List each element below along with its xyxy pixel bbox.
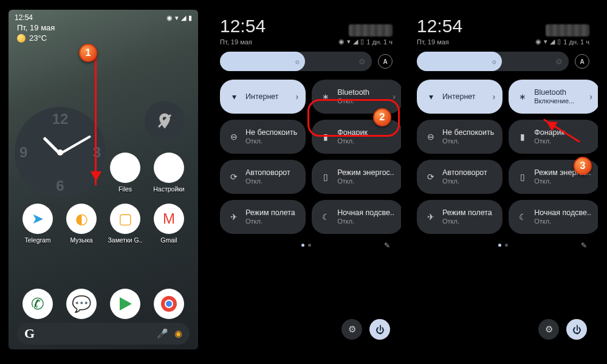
- plane-icon: ✈: [425, 212, 436, 222]
- tile-title: Автоповорот: [442, 168, 487, 177]
- at-a-glance-chip[interactable]: [145, 101, 185, 141]
- dock-chrome[interactable]: [154, 289, 184, 319]
- tile-subtitle: Откл.: [337, 218, 394, 225]
- play-store-icon: [117, 296, 133, 312]
- qs-date: Пт, 19 мая: [417, 38, 449, 46]
- qs-tile-rot[interactable]: ⟳ Автоповорот Откл.: [417, 160, 502, 194]
- tile-subtitle: Откл.: [534, 177, 591, 185]
- qs-tile-dnd[interactable]: ⊖ Не беспокоить Откл.: [220, 120, 306, 154]
- chevron-right-icon: ›: [296, 92, 299, 101]
- tile-subtitle: Откл.: [442, 177, 487, 185]
- app-telegram[interactable]: ➤ Telegram: [16, 204, 60, 244]
- wifi-icon: ▾: [347, 38, 351, 46]
- qs-tile-bat[interactable]: ▯ Режим энергос.. Откл.: [312, 160, 401, 194]
- dnd-icon: ⊖: [425, 132, 436, 142]
- brightness-sun-icon: ☼: [294, 58, 300, 65]
- tile-subtitle: Включение...: [534, 97, 574, 105]
- qs-settings-button[interactable]: ⚙: [538, 319, 559, 340]
- qs-tile-wifi[interactable]: ▾ Интернет ›: [220, 80, 306, 114]
- tile-title: Bluetooth: [534, 88, 574, 97]
- telegram-icon: ➤: [22, 204, 53, 234]
- app-keep[interactable]: ▢ Заметки G..: [103, 204, 147, 244]
- edit-tiles-icon[interactable]: ✎: [581, 241, 587, 250]
- tile-title: Интернет: [245, 92, 279, 101]
- brightness-slider[interactable]: ☼ ⚙: [417, 52, 569, 71]
- tile-title: Не беспокоить: [245, 128, 297, 137]
- qs-status-icons: ◉ ▾ ◢ ▯ 1 дн. 1 ч: [338, 38, 393, 46]
- qs-power-button[interactable]: ⏻: [566, 319, 587, 340]
- qs-footer: ⚙ ⏻: [341, 319, 390, 340]
- eye-icon: ◉: [166, 14, 173, 22]
- wifi-icon: ▾: [544, 38, 547, 46]
- qs-pager: ✎: [211, 234, 401, 250]
- tile-subtitle: Откл.: [245, 218, 295, 225]
- tile-subtitle: Откл.: [534, 137, 564, 145]
- weather-widget[interactable]: 23°C: [9, 33, 198, 47]
- weather-sun-icon: [17, 34, 26, 43]
- qs-tile-rot[interactable]: ⟳ Автоповорот Откл.: [220, 160, 306, 194]
- rot-icon: ⟳: [425, 172, 436, 182]
- settings-icon: ⚙: [154, 153, 184, 183]
- app-music[interactable]: ◐ Музыка: [60, 204, 103, 244]
- qs-date: Пт, 19 мая: [220, 38, 252, 46]
- wifi-icon: ▾: [175, 14, 179, 22]
- qs-settings-button[interactable]: ⚙: [341, 319, 362, 340]
- qs-time: 12:54: [220, 16, 266, 36]
- lens-icon[interactable]: ◉: [174, 328, 182, 339]
- signal-icon: ◢: [181, 14, 186, 22]
- app-grid: Files ⚙ Настройки ➤ Telegram ◐ Музыка ▢ …: [9, 153, 198, 244]
- mic-icon[interactable]: 🎤: [157, 328, 168, 339]
- app-files[interactable]: Files: [103, 153, 147, 193]
- annotation-badge-3: 3: [574, 157, 592, 175]
- signal-icon: ◢: [550, 38, 555, 46]
- google-g-icon: G: [24, 326, 35, 342]
- wifi-icon: ▾: [228, 92, 239, 101]
- qs-status-row: 12:54: [408, 10, 598, 38]
- bat-icon: ▯: [320, 172, 331, 182]
- annotation-arrow-swipe-down: [95, 55, 97, 185]
- rot-icon: ⟳: [228, 172, 239, 182]
- edit-tiles-icon[interactable]: ✎: [384, 241, 390, 250]
- search-bar[interactable]: G 🎤 ◉: [17, 323, 190, 345]
- tile-subtitle: Откл.: [534, 218, 591, 225]
- status-icons: ◉ ▾ ◢ ▮: [166, 14, 192, 22]
- qs-tile-dnd[interactable]: ⊖ Не беспокоить Откл.: [417, 120, 502, 154]
- location-off-icon: [156, 112, 174, 130]
- bt-icon: ∗: [517, 92, 528, 101]
- qs-tile-bt[interactable]: ∗ Bluetooth Включение... ›: [509, 80, 598, 114]
- tile-title: Режим энергос..: [337, 168, 394, 177]
- auto-brightness-toggle[interactable]: A: [575, 54, 589, 69]
- brightness-gear-icon: ⚙: [358, 57, 366, 66]
- chevron-right-icon: ›: [589, 92, 592, 101]
- tile-subtitle: Откл.: [337, 177, 394, 185]
- night-icon: ☾: [517, 212, 528, 222]
- qs-tile-plane[interactable]: ✈ Режим полета Откл.: [220, 200, 306, 234]
- qs-tile-wifi[interactable]: ▾ Интернет ›: [417, 80, 502, 114]
- svg-marker-2: [120, 297, 132, 311]
- brightness-slider[interactable]: ☼ ⚙: [220, 52, 372, 71]
- app-gmail[interactable]: M Gmail: [147, 204, 191, 244]
- dock-play[interactable]: [110, 289, 140, 319]
- auto-brightness-toggle[interactable]: A: [378, 54, 393, 69]
- status-time: 12:54: [15, 13, 33, 22]
- tile-subtitle: Откл.: [245, 177, 290, 185]
- qs-tile-plane[interactable]: ✈ Режим полета Откл.: [417, 200, 502, 234]
- battery-icon: ▯: [557, 38, 561, 46]
- quick-settings-panel-before: 12:54 Пт, 19 мая ◉ ▾ ◢ ▯ 1 дн. 1 ч ☼ ⚙ A…: [211, 10, 401, 349]
- flash-icon: ▮: [517, 132, 528, 142]
- qs-tile-night[interactable]: ☾ Ночная подсве.. Откл.: [312, 200, 401, 234]
- signal-icon: ◢: [353, 38, 358, 46]
- annotation-badge-1: 1: [79, 44, 97, 62]
- battery-icon: ▯: [360, 38, 364, 46]
- home-date[interactable]: Пт, 19 мая: [9, 23, 198, 33]
- app-settings[interactable]: ⚙ Настройки: [147, 153, 191, 193]
- status-bar: 12:54 ◉ ▾ ◢ ▮: [9, 10, 198, 23]
- qs-blurred-area: [349, 24, 393, 36]
- dock-phone[interactable]: ✆: [22, 289, 53, 319]
- qs-power-button[interactable]: ⏻: [369, 319, 390, 340]
- dock-messages[interactable]: 💬: [66, 289, 97, 319]
- qs-tile-night[interactable]: ☾ Ночная подсве.. Откл.: [509, 200, 598, 234]
- keep-icon: ▢: [110, 204, 140, 234]
- tile-title: Ночная подсве..: [534, 208, 591, 217]
- tile-subtitle: Откл.: [245, 137, 297, 145]
